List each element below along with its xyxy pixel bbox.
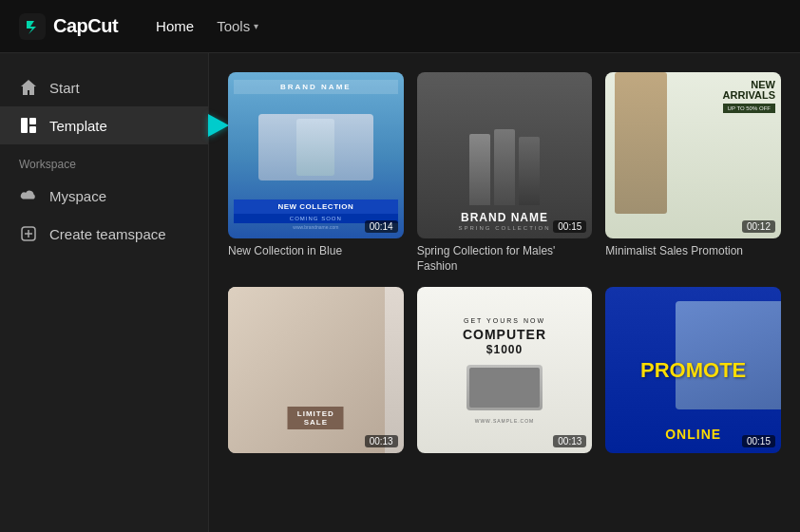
cloud-icon: [19, 186, 38, 205]
sidebar-item-myspace[interactable]: Myspace: [0, 177, 208, 215]
sidebar-item-template[interactable]: Template: [0, 106, 208, 144]
sidebar-item-create-teamspace[interactable]: Create teamspace: [0, 215, 208, 253]
logo[interactable]: CapCut: [19, 13, 118, 40]
body-area: Start Template Workspace Myspace: [0, 53, 800, 532]
template-label: Template: [49, 118, 107, 134]
start-label: Start: [49, 80, 80, 96]
main-content: BRAND NAME NEW COLLECTION COMING SOON ww…: [209, 53, 800, 532]
myspace-label: Myspace: [49, 188, 106, 204]
home-icon: [19, 78, 38, 97]
template-card-6[interactable]: PROMOTE ONLINE 00:15: [605, 287, 781, 459]
card-label-2: Spring Collection for Males' Fashion: [417, 244, 593, 274]
card-label-3: Minimalist Sales Promotion: [605, 244, 781, 259]
duration-badge-4: 00:13: [365, 435, 398, 447]
duration-badge-3: 00:12: [742, 220, 775, 233]
sidebar: Start Template Workspace Myspace: [0, 53, 209, 532]
svg-rect-1: [21, 118, 28, 133]
sidebar-item-start[interactable]: Start: [0, 68, 208, 106]
topnav: CapCut Home Tools ▾: [0, 0, 800, 53]
plus-icon: [19, 224, 38, 243]
duration-badge-5: 00:13: [553, 435, 586, 447]
svg-rect-3: [29, 126, 36, 133]
template-card-5[interactable]: GET YOURS NOW COMPUTER$1000 WWW.SAMPLE.C…: [417, 287, 593, 459]
template-card-2[interactable]: BRAND NAME SPRING COLLECTION 00:15 Sprin…: [417, 72, 593, 274]
templates-grid: BRAND NAME NEW COLLECTION COMING SOON ww…: [228, 72, 781, 459]
card-label-1: New Collection in Blue: [228, 244, 404, 259]
create-teamspace-label: Create teamspace: [49, 226, 166, 242]
tools-chevron-icon: ▾: [254, 21, 258, 31]
template-card-1[interactable]: BRAND NAME NEW COLLECTION COMING SOON ww…: [228, 72, 404, 274]
app-name: CapCut: [53, 15, 118, 37]
duration-badge-1: 00:14: [365, 220, 398, 233]
template-card-3[interactable]: NEWARRIVALS UP TO 50% OFF 00:12 Minimali…: [605, 72, 781, 274]
nav-home[interactable]: Home: [156, 18, 194, 34]
nav-links: Home Tools ▾: [156, 18, 258, 34]
svg-rect-2: [29, 118, 36, 124]
nav-tools[interactable]: Tools ▾: [217, 18, 258, 34]
template-card-4[interactable]: LIMITEDSALE 00:13: [228, 287, 404, 459]
workspace-label: Workspace: [0, 144, 208, 177]
duration-badge-6: 00:15: [742, 435, 775, 447]
template-icon: [19, 116, 38, 135]
